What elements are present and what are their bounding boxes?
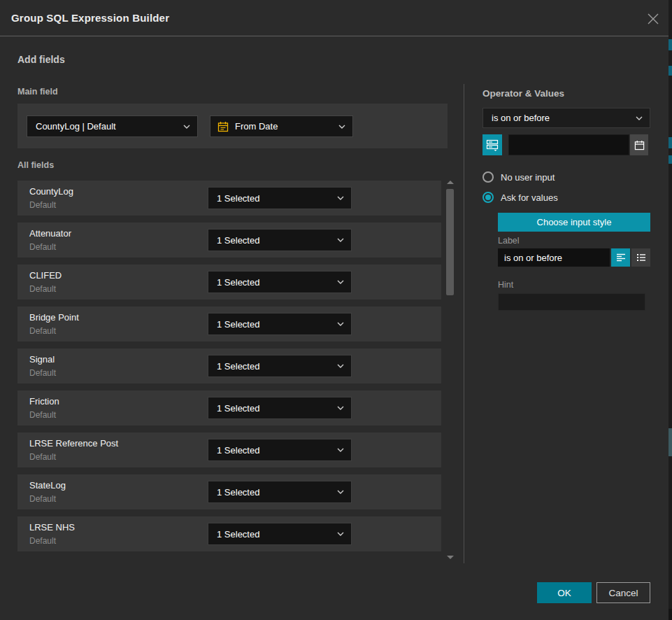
field-selected-dropdown[interactable]: 1 Selected (208, 313, 352, 335)
group-sql-expression-builder-dialog: Group SQL Expression Builder Add fields … (0, 0, 672, 620)
panel-divider (464, 84, 464, 563)
chevron-down-icon (636, 116, 650, 120)
chevron-down-icon (337, 322, 351, 326)
all-fields-list: CountyLog Default 1 Selected Attenuator … (17, 181, 441, 558)
field-sublabel: Default (29, 284, 56, 294)
operator-values-heading: Operator & Values (482, 88, 564, 99)
chevron-down-icon (337, 280, 351, 284)
field-sublabel: Default (29, 326, 56, 336)
radio-ask-for-values[interactable]: Ask for values (482, 192, 558, 203)
scrollbar-up-arrow-icon[interactable] (447, 181, 454, 184)
scrollbar-thumb[interactable] (446, 189, 454, 295)
field-sublabel: Default (29, 536, 56, 546)
field-name: CountyLog (29, 186, 73, 197)
hint-input[interactable] (498, 293, 645, 311)
field-name: Friction (29, 396, 59, 407)
field-selected-dropdown[interactable]: 1 Selected (208, 523, 352, 545)
field-selected-dropdown[interactable]: 1 Selected (208, 355, 352, 377)
combo-list-icon (486, 139, 499, 151)
radio-circle-selected-icon (482, 192, 494, 203)
field-selected-dropdown[interactable]: 1 Selected (208, 481, 352, 503)
date-value-input[interactable] (508, 134, 629, 155)
chevron-down-icon (337, 406, 351, 410)
field-name: CLIFED (29, 270, 62, 281)
dialog-title: Group SQL Expression Builder (11, 0, 169, 36)
chevron-down-icon (337, 448, 351, 452)
cancel-button[interactable]: Cancel (596, 582, 650, 603)
main-field-label: Main field (17, 87, 58, 97)
scrollbar-down-arrow-icon[interactable] (447, 556, 454, 559)
ok-button[interactable]: OK (537, 582, 592, 603)
chevron-down-icon (183, 125, 197, 129)
field-selected-dropdown[interactable]: 1 Selected (208, 187, 352, 209)
chevron-down-icon (338, 125, 352, 129)
field-row-statelog: StateLog Default 1 Selected (17, 474, 441, 509)
layer-dropdown-value: CountyLog | Default (27, 121, 183, 132)
radio-no-user-input[interactable]: No user input (482, 171, 555, 183)
field-selected-dropdown[interactable]: 1 Selected (208, 271, 352, 293)
field-row-bridge-point: Bridge Point Default 1 Selected (17, 307, 441, 341)
background-app-edge (669, 0, 672, 620)
field-dropdown[interactable]: From Date (210, 115, 353, 137)
bullet-list-icon (636, 252, 647, 263)
add-fields-heading: Add fields (17, 54, 65, 65)
close-button[interactable] (646, 12, 660, 26)
calendar-icon (634, 140, 645, 150)
field-sublabel: Default (29, 452, 56, 462)
field-selected-dropdown[interactable]: 1 Selected (208, 439, 352, 461)
field-name: Signal (29, 354, 55, 365)
field-row-clifed: CLIFED Default 1 Selected (17, 265, 441, 300)
chevron-down-icon (337, 238, 351, 242)
choose-input-style-button[interactable]: Choose input style (498, 213, 650, 232)
field-sublabel: Default (29, 200, 56, 210)
label-caption: Label (498, 236, 520, 246)
field-name: StateLog (29, 480, 66, 491)
field-sublabel: Default (29, 410, 56, 420)
calendar-icon (210, 121, 229, 132)
field-sublabel: Default (29, 494, 56, 504)
operator-dropdown-value: is on or before (483, 113, 636, 123)
hint-caption: Hint (498, 280, 513, 290)
close-icon (647, 13, 659, 25)
align-left-icon (615, 252, 627, 263)
field-name: LRSE Reference Post (29, 438, 118, 449)
chevron-down-icon (337, 364, 351, 368)
list-style-button[interactable] (631, 248, 650, 267)
label-input[interactable] (498, 248, 610, 267)
chevron-down-icon (337, 532, 351, 536)
field-name: Attenuator (29, 228, 71, 239)
unique-values-button[interactable] (482, 134, 502, 155)
field-row-lrse-reference-post: LRSE Reference Post Default 1 Selected (17, 432, 441, 467)
operator-dropdown[interactable]: is on or before (482, 108, 650, 128)
field-dropdown-value: From Date (229, 121, 338, 132)
field-selected-dropdown[interactable]: 1 Selected (208, 397, 352, 419)
chevron-down-icon (337, 490, 351, 494)
dialog-titlebar: Group SQL Expression Builder (0, 0, 669, 36)
chevron-down-icon (337, 196, 351, 200)
field-row-attenuator: Attenuator Default 1 Selected (17, 223, 441, 258)
layer-dropdown[interactable]: CountyLog | Default (27, 115, 198, 137)
radio-circle-icon (482, 171, 494, 183)
field-row-countylog: CountyLog Default 1 Selected (17, 181, 441, 216)
field-row-lrse-nhs: LRSE NHS Default 1 Selected (17, 516, 441, 551)
field-name: Bridge Point (29, 312, 79, 323)
all-fields-label: All fields (17, 160, 54, 170)
field-sublabel: Default (29, 242, 56, 252)
main-field-panel: CountyLog | Default From Date (17, 104, 448, 148)
date-picker-button[interactable] (630, 134, 648, 155)
field-sublabel: Default (29, 368, 56, 378)
field-row-signal: Signal Default 1 Selected (17, 348, 441, 383)
field-row-friction: Friction Default 1 Selected (17, 390, 441, 425)
field-name: LRSE NHS (29, 522, 75, 533)
field-selected-dropdown[interactable]: 1 Selected (208, 229, 352, 251)
single-line-style-button[interactable] (611, 248, 630, 267)
